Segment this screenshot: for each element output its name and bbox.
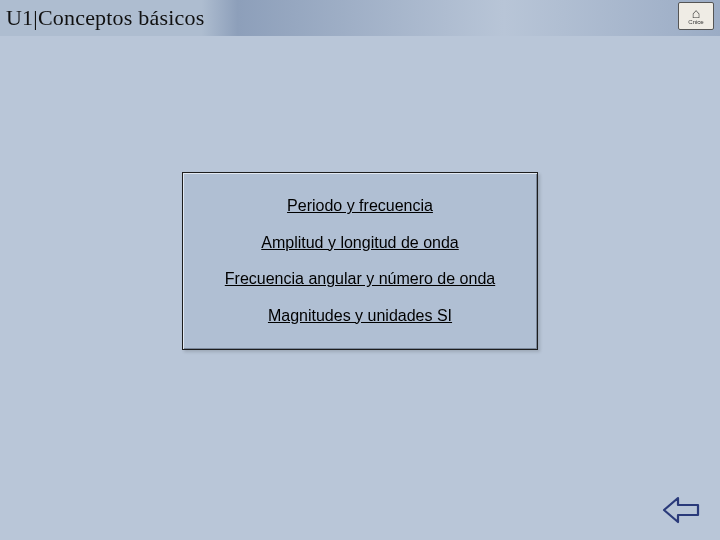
page-title: U1|Conceptos básicos (6, 5, 204, 31)
menu-link-amplitud[interactable]: Amplitud y longitud de onda (261, 234, 458, 252)
menu-link-magnitudes[interactable]: Magnitudes y unidades SI (268, 307, 452, 325)
logo-badge: ⌂ Cnice (678, 2, 714, 30)
house-icon: ⌂ (692, 7, 700, 19)
topic-menu: Periodo y frecuencia Amplitud y longitud… (182, 172, 538, 350)
title-bar: U1|Conceptos básicos ⌂ Cnice (0, 0, 720, 36)
menu-link-periodo[interactable]: Periodo y frecuencia (287, 197, 433, 215)
back-button[interactable] (660, 494, 702, 526)
menu-link-frecuencia-angular[interactable]: Frecuencia angular y número de onda (225, 270, 495, 288)
logo-label: Cnice (688, 19, 703, 25)
arrow-left-icon (660, 494, 702, 526)
